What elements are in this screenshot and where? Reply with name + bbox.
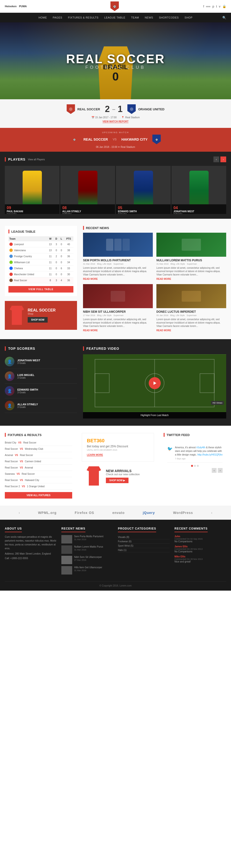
news-meta: 17 Mar 2016 Blog, Life Style Superman xyxy=(83,314,153,317)
dark-section: TOP SCORERS 👤 JONATHAN WEST 3 Goals 👤 LU… xyxy=(0,339,231,426)
fixture-item: Real Soccer VS Arsenal xyxy=(5,465,72,471)
footer-comment: James Ellis Commented On 28 Nov 2013 No … xyxy=(174,545,226,553)
news-title: SEM PORTA MOLLIS PARTURIENT xyxy=(83,259,153,262)
col-l: L xyxy=(59,236,64,241)
footer-categories-title: PRODUCT CATEGORIES xyxy=(118,527,156,532)
news-date: 31 Mar 2016 xyxy=(156,263,169,265)
twitter-icon[interactable]: t xyxy=(216,5,217,8)
play-button[interactable] xyxy=(149,377,161,389)
comment-date: Commented On 28 Nov 2013 xyxy=(174,558,226,560)
nav-news[interactable]: NEWS xyxy=(142,13,156,22)
player-position: Defender xyxy=(173,213,224,214)
col-pts: PTS xyxy=(64,236,74,241)
social-links[interactable]: f ∞∞ p t v 🔒 xyxy=(203,5,226,8)
lock-icon[interactable]: 🔒 xyxy=(222,5,226,8)
upcoming-away: HAKWARD CITY xyxy=(121,137,147,141)
view-full-table-button[interactable]: VIEW FULL TABLE xyxy=(8,286,74,292)
view-match-report-link[interactable]: VIEW MATCH REPORT xyxy=(103,120,128,123)
scorer-item: 👤 ALLAN STINELY 3 Goals xyxy=(5,398,77,413)
shop-ad-subtitle: Shop xyxy=(28,312,56,315)
footer-cat-item: Footwear (6) xyxy=(118,539,170,544)
footer-comment: John Commented On 02 Sep 2015 No Compari… xyxy=(174,535,226,543)
partners-prev-arrow[interactable]: ‹ xyxy=(19,511,20,515)
players-header: PLAYERS View all Players ‹ › xyxy=(5,156,226,162)
upcoming-home: REAL SOCCER xyxy=(84,137,108,141)
shop-btn[interactable]: SHOP NOW xyxy=(28,317,48,322)
scorer-info: ALLAN STINELY 3 Goals xyxy=(17,403,38,408)
read-more-link[interactable]: Read More xyxy=(83,329,98,332)
footer-comments-title: RECENT COMMENTS xyxy=(174,527,208,532)
league-table-section: League Table Team W D L PTS xyxy=(5,226,77,296)
news-title: NULLAM LOREM MATTIS PURUS xyxy=(156,259,226,262)
section-bar xyxy=(83,226,84,230)
video-title: FEATURED VIDEO xyxy=(86,347,119,350)
footer-news-image xyxy=(61,546,72,554)
view-fixtures-button[interactable]: VIEW ALL FIXTURES xyxy=(5,492,72,499)
search-icon[interactable]: 🔍 xyxy=(222,16,226,20)
arrivals-subtitle: Check out our new collection xyxy=(106,473,140,476)
top-bar: Heineken PUMA ⚽ f ∞∞ p t v 🔒 xyxy=(0,0,231,13)
scorer-list: 👤 JONATHAN WEST 3 Goals 👤 LUIS MIGUEL 3 … xyxy=(5,354,77,413)
news-category: Blog, Life Style xyxy=(97,263,112,265)
shop-now-button[interactable]: SHOP NOW ▶ xyxy=(106,477,128,483)
read-more-link[interactable]: Read More xyxy=(83,278,98,280)
score-separator: – xyxy=(112,106,115,113)
section-bar xyxy=(5,346,6,351)
footer-news-date: 31 Mar 2016 xyxy=(74,569,102,571)
upcoming-match: Upcoming Match ⚽ REAL SOCCER VS HAKWARD … xyxy=(0,128,231,152)
hero-text: REAL SOCCER FOOTBALL CLUB xyxy=(66,52,165,70)
footer-phone: Call: +1800-222-5555 xyxy=(5,557,57,560)
tweet-hashtag[interactable]: #July4th xyxy=(196,446,205,449)
tweet-dot-3[interactable] xyxy=(197,465,199,467)
fixture-teams: Real Soccer VS Carmen United xyxy=(5,460,72,463)
logo-center: ⚽ xyxy=(111,1,120,11)
read-more-link[interactable]: Read More xyxy=(156,278,171,280)
section-bar xyxy=(5,157,6,161)
partner-wpml: WPML.org xyxy=(38,511,57,515)
table-row: Manchester United 110030 xyxy=(8,271,74,277)
tweet-dot-2[interactable] xyxy=(194,465,196,467)
nav-pages[interactable]: PAGES xyxy=(50,13,65,22)
pinterest-icon[interactable]: p xyxy=(212,5,214,8)
prev-arrow[interactable]: ‹ xyxy=(213,156,219,162)
tweet-prev-btn[interactable]: ‹ xyxy=(212,468,216,473)
nav-shop[interactable]: SHOP xyxy=(182,13,195,22)
vimeo-icon[interactable]: v xyxy=(219,5,221,8)
tweet-navigation: ‹ › xyxy=(167,468,223,473)
upcoming-label: Upcoming Match xyxy=(70,131,161,134)
nav-shortcodes[interactable]: SHORTCODES xyxy=(156,13,181,22)
upcoming-away-badge: ⚽ xyxy=(152,134,161,144)
svg-text:⚽: ⚽ xyxy=(113,5,116,8)
500px-icon[interactable]: ∞∞ xyxy=(206,5,210,8)
scorer-goals: 3 Goals xyxy=(17,406,38,408)
scorer-item: 👤 JONATHAN WEST 3 Goals xyxy=(5,354,77,369)
nav-team[interactable]: TEAM xyxy=(128,13,142,22)
away-score: 1 xyxy=(118,104,122,114)
footer-news-item: Hills Item Get Ullamcorper 31 Mar 2016 xyxy=(61,566,113,575)
facebook-icon[interactable]: f xyxy=(203,5,204,8)
tweet-next-btn[interactable]: › xyxy=(218,468,223,473)
col-w: W xyxy=(47,236,54,241)
players-subtitle: View all Players xyxy=(28,158,45,161)
footer-cat-item: Hats (1) xyxy=(118,548,170,552)
twitter-header: Twitter Feed xyxy=(164,433,226,437)
footer-copyright: © Copyright 2016. Lorem.com xyxy=(5,581,226,587)
player-name: JONATHAN WEST xyxy=(173,210,224,213)
nav-league-table[interactable]: LEAGUE TABLE xyxy=(101,13,128,22)
partners-next-arrow[interactable]: › xyxy=(211,511,212,515)
read-more-link[interactable]: Read More xyxy=(156,329,171,332)
footer-comments: RECENT COMMENTS John Commented On 02 Sep… xyxy=(174,527,226,577)
next-arrow[interactable]: › xyxy=(221,156,226,162)
fixture-item: Bristol City VS Real Soccer xyxy=(5,440,72,446)
scorers-header: TOP SCORERS xyxy=(5,346,77,351)
fixture-teams: Bristol City VS Real Soccer xyxy=(5,441,72,444)
player-name: EDWARD SMITH xyxy=(118,210,169,213)
news-card: NULLAM LOREM MATTIS PURUS 31 Mar 2016 Bl… xyxy=(156,233,226,281)
twitter-title: Twitter Feed xyxy=(167,433,190,437)
learn-more-link[interactable]: LEARN MORE xyxy=(87,454,103,457)
nav-fixtures[interactable]: FIXTURES & RESULTS xyxy=(65,13,102,22)
tweet-url[interactable]: http://hubs.ly/H01QFjhv xyxy=(197,453,223,456)
player-image xyxy=(5,166,59,204)
tweet-dot-1[interactable] xyxy=(191,465,193,467)
nav-home[interactable]: HOME xyxy=(36,13,50,22)
